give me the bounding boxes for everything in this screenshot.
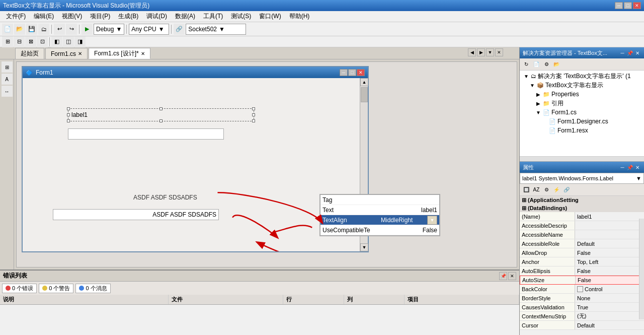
popup-textalign-dropdown-btn[interactable]: ▼ [427,216,437,225]
solution-expander[interactable]: ▼ [523,73,530,80]
menu-view[interactable]: 视图(V) [58,11,86,22]
properties-object-selector[interactable]: label1 System.Windows.Forms.Label ▼ [520,173,644,184]
form-minimize-btn[interactable]: ─ [340,69,348,76]
props-autoellipsis-value[interactable]: False [575,266,644,275]
warning-count-badge[interactable]: 0 个警告 [39,284,73,293]
label1-control[interactable]: label1 [68,108,254,121]
project-expander[interactable]: ▼ [529,82,536,89]
start-button[interactable]: ▶ [82,24,93,35]
handle-ml[interactable] [67,113,70,116]
close-button[interactable]: ✕ [633,2,641,9]
properties-btn[interactable]: ⚙ [542,60,551,69]
format-btn-3[interactable]: ⊠ [25,36,36,47]
handle-tr[interactable] [252,107,255,110]
references-expander[interactable]: ▶ [535,100,542,107]
solution-explorer-close[interactable]: ✕ [634,49,641,56]
new-button[interactable]: 📄 [2,24,13,35]
handle-bl[interactable] [67,119,70,122]
props-vscrollbar[interactable] [639,219,644,319]
props-cursor-value[interactable]: Default [575,321,644,329]
tree-form1-resx[interactable]: 📄 Form1.resx [521,126,643,135]
properties-close[interactable]: ✕ [634,164,641,171]
props-category-btn[interactable]: 🔲 [522,185,531,194]
minimize-button[interactable]: ─ [615,2,623,9]
format-btn-1[interactable]: ⊞ [2,36,13,47]
menu-data[interactable]: 数据(A) [171,11,199,22]
align-center-btn[interactable]: ◫ [63,36,74,47]
form-close-btn[interactable]: ✕ [357,69,365,76]
scroll-thumb[interactable] [361,87,368,102]
open-button[interactable]: 📂 [14,24,25,35]
error-panel-close[interactable]: ✕ [508,272,516,280]
menu-debug[interactable]: 调试(D) [142,11,171,22]
handle-br[interactable] [252,119,255,122]
tab-start-page[interactable]: 起始页 [15,48,44,59]
format-btn-2[interactable]: ⊟ [14,36,25,47]
scroll-up-btn[interactable]: ▲ [360,78,368,86]
tree-solution[interactable]: ▼ 🗂 解决方案 'TextBox文字靠右显示' (1 [521,72,643,81]
debug-dropdown[interactable]: Debug ▼ [94,24,124,35]
menu-project[interactable]: 项目(P) [86,11,114,22]
props-contextmenu-value[interactable]: (无) [575,312,644,320]
props-autosize-value[interactable]: False [576,276,643,284]
maximize-button[interactable]: □ [624,2,632,9]
tab-form1-design-close[interactable]: ✕ [141,51,145,56]
properties-expander[interactable]: ▶ [535,91,542,98]
popup-row-textalign[interactable]: TextAlign MiddleRight ▼ [320,215,439,225]
popup-row-tag[interactable]: Tag [320,195,439,205]
tree-hscrollbar[interactable] [520,156,644,161]
save-all-button[interactable]: 🗂 [38,24,49,35]
handle-tm[interactable] [159,107,163,110]
props-events-btn[interactable]: ⚡ [552,185,561,194]
props-accessdesc-value[interactable] [575,221,644,230]
menu-build[interactable]: 生成(B) [114,11,142,22]
props-accessrole-value[interactable]: Default [575,239,644,248]
props-anchor-value[interactable]: Top, Left [575,257,644,266]
properties-pin[interactable]: ─ [619,164,626,171]
props-propbind-btn[interactable]: 🔗 [562,185,571,194]
props-section-databind-expander[interactable]: ⊞ [522,205,526,212]
tree-form1-cs[interactable]: ▼ 📄 Form1.cs [521,108,643,117]
props-section-appsetting-expander[interactable]: ⊞ [522,197,526,204]
popup-row-text[interactable]: Text label1 [320,205,439,215]
tab-form1-design[interactable]: Form1.cs [设计]* ✕ [89,48,150,59]
undo-button[interactable]: ↩ [54,24,65,35]
props-causesval-value[interactable]: True [575,303,644,311]
props-accessname-value[interactable] [575,230,644,239]
align-right-btn[interactable]: ◨ [74,36,86,47]
props-props-btn[interactable]: ⚙ [542,185,551,194]
menu-test[interactable]: 测试(S) [227,11,255,22]
tree-project[interactable]: ▼ 📦 TextBox文字靠右显示 [521,81,643,90]
textbox2-control[interactable]: ASDF ASDF SDSADFS [53,209,219,220]
error-count-badge[interactable]: 0 个错误 [2,284,37,293]
menu-edit[interactable]: 编辑(E) [30,11,58,22]
tab-scroll-right[interactable]: ▶ [477,48,485,56]
sidebar-btn-1[interactable]: ⊞ [2,61,13,73]
handle-tl[interactable] [67,107,70,110]
menu-tools[interactable]: 工具(T) [199,11,227,22]
scroll-down-btn[interactable]: ▼ [360,243,368,251]
tab-dropdown[interactable]: ▼ [486,48,494,56]
props-name-value[interactable]: label1 [575,212,644,221]
menu-window[interactable]: 窗口(W) [255,11,285,22]
attach-button[interactable]: 🔗 [174,24,185,35]
tree-properties[interactable]: ▶ 📁 Properties [521,90,643,99]
tab-close-all[interactable]: ✕ [495,48,503,56]
textbox1-control[interactable] [68,128,224,140]
cpu-dropdown[interactable]: Any CPU ▼ [129,24,169,35]
tab-form1-cs[interactable]: Form1.cs ✕ [45,48,88,59]
popup-row-usecompat[interactable]: UseCompatibleTe False [320,225,439,235]
tab-scroll-left[interactable]: ◀ [468,48,476,56]
sidebar-btn-3[interactable]: ↔ [2,86,13,97]
menu-help[interactable]: 帮助(H) [285,11,314,22]
open-folder-btn[interactable]: 📂 [552,60,561,69]
show-files-btn[interactable]: 📄 [532,60,541,69]
align-left-btn[interactable]: ◧ [51,36,62,47]
props-allowdrop-value[interactable]: False [575,248,644,257]
handle-bm[interactable] [159,119,163,122]
save-button[interactable]: 💾 [26,24,37,35]
format-btn-4[interactable]: ⊡ [37,36,48,47]
message-count-badge[interactable]: 0 个消息 [75,284,110,293]
error-panel-pin[interactable]: 📌 [499,272,507,280]
tab-form1-cs-close[interactable]: ✕ [78,51,82,56]
